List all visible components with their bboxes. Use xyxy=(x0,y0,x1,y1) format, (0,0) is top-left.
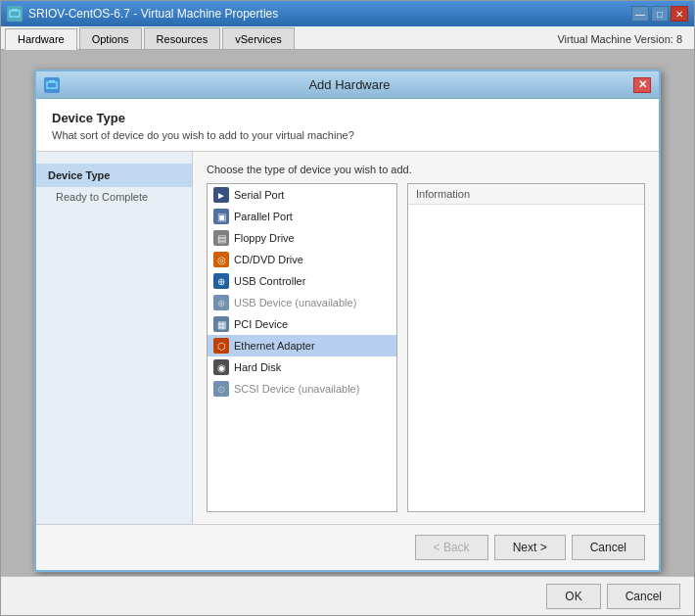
svg-rect-3 xyxy=(49,80,55,82)
vm-version-label: Virtual Machine Version: 8 xyxy=(557,33,682,49)
main-content: Add Hardware ✕ Device Type What sort of … xyxy=(1,50,694,576)
ethernet-adapter-icon: ⬡ xyxy=(213,338,229,354)
info-panel-header: Information xyxy=(408,184,644,205)
bottom-cancel-button[interactable]: Cancel xyxy=(607,584,680,609)
nav-item-ready: Ready to Complete xyxy=(36,187,192,207)
content-instruction: Choose the type of device you wish to ad… xyxy=(207,164,645,175)
cancel-button[interactable]: Cancel xyxy=(572,535,645,560)
serial-port-icon: ► xyxy=(213,187,229,203)
info-panel: Information xyxy=(407,183,645,512)
dialog-nav: Device Type Ready to Complete xyxy=(36,152,193,524)
device-list[interactable]: ► Serial Port ▣ Parallel Port ▤ Floppy D… xyxy=(207,183,397,512)
tab-bar: Hardware Options Resources vServices Vir… xyxy=(1,26,694,50)
tab-options[interactable]: Options xyxy=(79,27,142,49)
device-item-parallel[interactable]: ▣ Parallel Port xyxy=(208,206,396,227)
device-item-harddisk[interactable]: ◉ Hard Disk xyxy=(208,356,396,378)
tab-hardware[interactable]: Hardware xyxy=(5,28,77,50)
add-hardware-dialog: Add Hardware ✕ Device Type What sort of … xyxy=(34,70,661,572)
device-item-cddvd[interactable]: ◎ CD/DVD Drive xyxy=(208,249,396,270)
device-item-scsi[interactable]: ⊙ SCSI Device (unavailable) xyxy=(208,378,396,400)
dialog-title: Add Hardware xyxy=(66,77,633,92)
usb-controller-icon: ⊕ xyxy=(213,273,229,289)
svg-rect-0 xyxy=(10,11,20,17)
close-button[interactable]: ✕ xyxy=(671,6,688,22)
nav-item-device-type[interactable]: Device Type xyxy=(36,164,192,187)
device-item-usb-controller[interactable]: ⊕ USB Controller xyxy=(208,270,396,292)
minimize-button[interactable]: — xyxy=(631,6,649,22)
dialog-body: Device Type Ready to Complete Choose the… xyxy=(36,152,659,524)
scsi-device-icon: ⊙ xyxy=(213,381,229,397)
device-item-pci[interactable]: ▦ PCI Device xyxy=(208,313,396,335)
dialog-header-title: Device Type xyxy=(52,111,643,125)
device-item-serial[interactable]: ► Serial Port xyxy=(208,184,396,206)
device-item-usb-device[interactable]: ⊕ USB Device (unavailable) xyxy=(208,292,396,313)
dialog-app-icon xyxy=(44,77,60,93)
title-bar-left: SRIOV-CentOS-6.7 - Virtual Machine Prope… xyxy=(7,6,278,22)
tab-vservices[interactable]: vServices xyxy=(222,27,295,49)
app-icon xyxy=(7,6,23,22)
bottom-bar: OK Cancel xyxy=(1,576,694,615)
next-button[interactable]: Next > xyxy=(494,535,566,560)
device-list-wrapper: ► Serial Port ▣ Parallel Port ▤ Floppy D… xyxy=(207,183,645,512)
main-window: SRIOV-CentOS-6.7 - Virtual Machine Prope… xyxy=(0,0,695,616)
svg-rect-1 xyxy=(12,9,18,11)
parallel-port-icon: ▣ xyxy=(213,209,229,224)
hard-disk-icon: ◉ xyxy=(213,359,229,375)
window-title: SRIOV-CentOS-6.7 - Virtual Machine Prope… xyxy=(28,7,278,21)
floppy-drive-icon: ▤ xyxy=(213,230,229,246)
window-controls: — □ ✕ xyxy=(631,6,688,22)
dialog-header-subtitle: What sort of device do you wish to add t… xyxy=(52,129,643,141)
usb-device-icon: ⊕ xyxy=(213,295,229,310)
pci-device-icon: ▦ xyxy=(213,316,229,332)
back-button[interactable]: < Back xyxy=(415,535,488,560)
tab-resources[interactable]: Resources xyxy=(144,27,221,49)
title-bar: SRIOV-CentOS-6.7 - Virtual Machine Prope… xyxy=(1,1,694,26)
device-item-ethernet[interactable]: ⬡ Ethernet Adapter xyxy=(208,335,396,356)
cddvd-drive-icon: ◎ xyxy=(213,252,229,267)
dialog-title-bar: Add Hardware ✕ xyxy=(36,71,659,99)
restore-button[interactable]: □ xyxy=(651,6,669,22)
dialog-content: Choose the type of device you wish to ad… xyxy=(193,152,659,524)
dialog-header: Device Type What sort of device do you w… xyxy=(36,99,659,152)
svg-rect-2 xyxy=(47,82,57,88)
dialog-close-button[interactable]: ✕ xyxy=(633,77,651,93)
device-item-floppy[interactable]: ▤ Floppy Drive xyxy=(208,227,396,249)
dialog-footer: < Back Next > Cancel xyxy=(36,524,659,570)
modal-overlay: Add Hardware ✕ Device Type What sort of … xyxy=(1,50,694,576)
ok-button[interactable]: OK xyxy=(546,584,600,609)
